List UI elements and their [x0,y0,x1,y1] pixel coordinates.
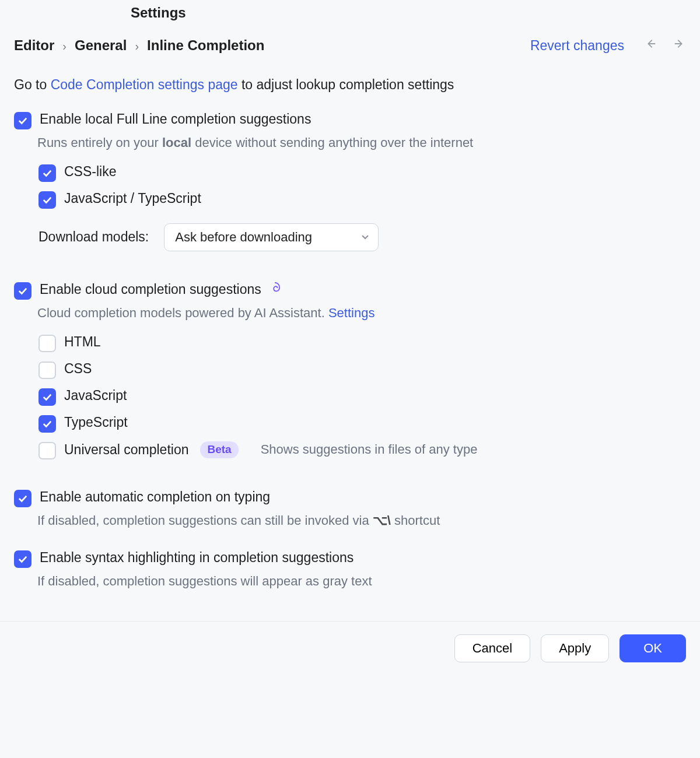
beta-badge: Beta [200,441,238,458]
chevron-right-icon: › [62,40,66,53]
cloud-universal-label: Universal completion [64,441,188,459]
enable-auto-checkbox[interactable] [14,490,32,507]
auto-desc-pre: If disabled, completion suggestions can … [37,513,373,528]
enable-syntax-label: Enable syntax highlighting in completion… [40,549,354,567]
shortcut-text: ⌥\ [373,513,391,528]
footer-buttons: Cancel Apply OK [0,621,700,675]
chevron-down-icon [360,230,370,245]
cloud-desc: Cloud completion models powered by AI As… [14,304,686,329]
download-models-select[interactable]: Ask before downloading [164,223,379,251]
nav-back-icon[interactable] [644,37,657,54]
nav-forward-icon[interactable] [673,37,686,54]
cloud-html-checkbox[interactable] [38,335,56,352]
apply-button[interactable]: Apply [541,634,609,662]
local-jsts-checkbox[interactable] [38,191,56,209]
cloud-ts-checkbox[interactable] [38,415,56,433]
local-desc-pre: Runs entirely on your [37,135,162,150]
breadcrumb-editor[interactable]: Editor [14,37,54,54]
ai-swirl-icon [268,281,281,299]
auto-desc: If disabled, completion suggestions can … [14,511,686,537]
cloud-html-label: HTML [64,334,101,351]
enable-local-label: Enable local Full Line completion sugges… [40,111,311,128]
cloud-desc-pre: Cloud completion models powered by AI As… [37,306,328,320]
enable-cloud-label: Enable cloud completion suggestions [40,281,261,299]
auto-desc-post: shortcut [391,513,440,528]
enable-auto-label: Enable automatic completion on typing [40,489,270,506]
cloud-universal-hint: Shows suggestions in files of any type [261,441,478,458]
revert-changes-link[interactable]: Revert changes [530,38,624,54]
local-css-checkbox[interactable] [38,164,56,182]
intro-suffix: to adjust lookup completion settings [238,77,454,92]
cloud-css-checkbox[interactable] [38,362,56,379]
local-desc: Runs entirely on your local device witho… [14,134,686,159]
cloud-ts-label: TypeScript [64,414,128,431]
local-css-label: CSS-like [64,163,116,181]
enable-local-checkbox[interactable] [14,112,32,129]
download-models-value: Ask before downloading [175,230,312,244]
download-models-label: Download models: [38,229,149,245]
intro-prefix: Go to [14,77,51,92]
local-desc-bold: local [162,135,191,150]
breadcrumb-general[interactable]: General [75,37,127,54]
window-title: Settings [14,0,686,37]
local-jsts-label: JavaScript / TypeScript [64,190,201,208]
intro-text: Go to Code Completion settings page to a… [14,77,686,107]
local-desc-post: device without sending anything over the… [191,135,473,150]
breadcrumb-inline-completion: Inline Completion [147,37,264,54]
cloud-css-label: CSS [64,360,92,378]
ok-button[interactable]: OK [620,634,686,662]
code-completion-link[interactable]: Code Completion settings page [51,77,238,92]
syntax-desc: If disabled, completion suggestions will… [14,572,686,598]
chevron-right-icon: › [135,40,139,53]
cloud-universal-checkbox[interactable] [38,442,56,459]
enable-cloud-checkbox[interactable] [14,282,32,300]
enable-syntax-checkbox[interactable] [14,550,32,568]
cloud-js-checkbox[interactable] [38,388,56,406]
cloud-settings-link[interactable]: Settings [328,306,375,320]
breadcrumb: Editor › General › Inline Completion [14,37,530,54]
cancel-button[interactable]: Cancel [454,634,530,662]
cloud-js-label: JavaScript [64,387,127,405]
